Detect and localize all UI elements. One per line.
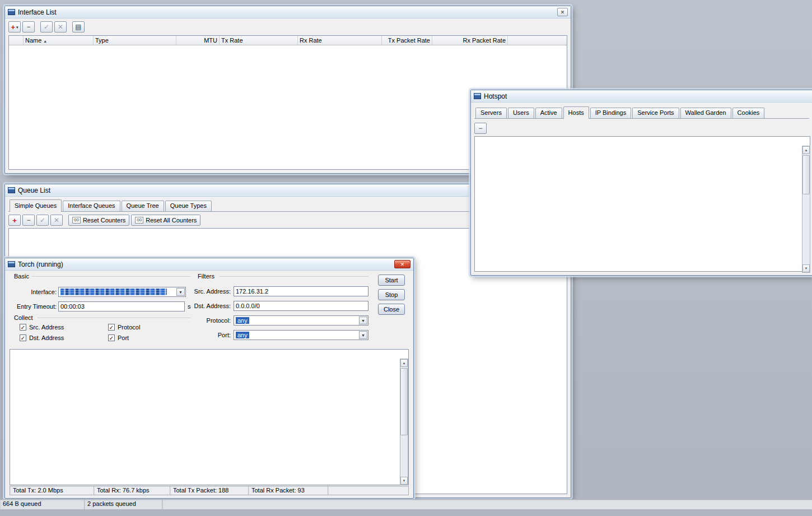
scroll-thumb[interactable] <box>400 368 408 435</box>
torch-titlebar[interactable]: Torch (running) ✕ <box>5 258 413 271</box>
tab-simple-queues[interactable]: Simple Queues <box>10 199 62 212</box>
interface-select[interactable]: ▼ <box>58 287 186 297</box>
collect-dst-address-checkbox[interactable]: ✓ Dst. Address <box>20 334 64 341</box>
start-button[interactable]: Start <box>378 275 405 286</box>
hotspot-toolbar: − <box>474 122 809 134</box>
minus-icon: − <box>478 125 482 132</box>
collect-protocol-checkbox[interactable]: ✓ Protocol <box>108 324 140 331</box>
combo-arrow-icon[interactable]: ▼ <box>359 317 367 324</box>
torch-connections-table <box>10 349 409 485</box>
selected-value: any <box>236 317 249 324</box>
counter-icon: 00 <box>72 217 81 224</box>
close-button[interactable]: ✕ <box>557 8 568 16</box>
vertical-scrollbar[interactable]: ▲ ▼ <box>802 146 810 273</box>
collect-port-checkbox[interactable]: ✓ Port <box>108 334 129 341</box>
window-title: Interface List <box>18 8 57 16</box>
column-header[interactable]: Name▲ <box>24 36 94 45</box>
combo-arrow-icon[interactable]: ▼ <box>176 288 185 296</box>
remove-button[interactable]: − <box>22 215 35 226</box>
group-label-basic: Basic <box>14 273 29 280</box>
checkbox-checked-icon: ✓ <box>108 324 115 331</box>
x-icon: ✕ <box>54 217 59 224</box>
torch-window: Torch (running) ✕ Basic Interface: ▼ Ent… <box>4 258 414 499</box>
src-address-label: Src. Address: <box>190 288 231 295</box>
total-rx-packet: Total Rx Packet: 93 <box>249 486 328 495</box>
checkbox-checked-icon: ✓ <box>20 324 26 331</box>
checkbox-label: Port <box>118 334 129 341</box>
tab-active[interactable]: Active <box>535 108 562 118</box>
scroll-down-icon[interactable]: ▼ <box>802 264 810 272</box>
total-tx: Total Tx: 2.0 Mbps <box>10 486 94 495</box>
tab-ip-bindings[interactable]: IP Bindings <box>590 108 631 118</box>
remove-button[interactable]: − <box>474 123 487 134</box>
scroll-track[interactable] <box>400 367 408 477</box>
close-button[interactable]: ✕ <box>394 260 410 268</box>
column-header[interactable]: Tx Packet Rate <box>382 36 432 45</box>
window-icon <box>474 93 481 99</box>
column-header[interactable]: Rx Packet Rate <box>432 36 508 45</box>
collect-src-address-checkbox[interactable]: ✓ Src. Address <box>20 324 64 331</box>
close-button[interactable]: Close <box>378 304 405 315</box>
minus-icon: − <box>26 217 30 224</box>
group-divider <box>219 276 368 277</box>
column-header[interactable]: MTU <box>176 36 220 45</box>
interface-list-titlebar[interactable]: Interface List ✕ <box>5 6 571 18</box>
remove-button[interactable]: − <box>22 21 35 32</box>
censored-pixels <box>60 289 167 295</box>
status-bar: 664 B queued 2 packets queued <box>0 499 812 509</box>
tab-queue-tree[interactable]: Queue Tree <box>122 201 164 211</box>
enable-button[interactable]: ✓ <box>40 21 53 32</box>
total-tx-packet: Total Tx Packet: 188 <box>170 486 249 495</box>
add-button[interactable]: + <box>8 215 21 226</box>
interface-list-toolbar: + ▾ − ✓ ✕ ▤ <box>8 21 567 33</box>
scroll-up-icon[interactable]: ▲ <box>400 359 408 367</box>
dst-address-input[interactable]: 0.0.0.0/0 <box>234 301 368 311</box>
tab-users[interactable]: Users <box>508 108 534 118</box>
enable-button[interactable]: ✓ <box>36 215 49 226</box>
check-icon: ✓ <box>44 24 49 30</box>
column-header <box>508 36 567 45</box>
add-button[interactable]: + ▾ <box>8 21 21 32</box>
x-icon: ✕ <box>58 24 63 30</box>
disable-button[interactable]: ✕ <box>54 21 67 32</box>
torch-totals-bar: Total Tx: 2.0 Mbps Total Rx: 76.7 kbps T… <box>10 486 409 495</box>
group-divider <box>32 276 190 277</box>
column-header[interactable]: Type <box>94 36 176 45</box>
column-header[interactable]: Tx Rate <box>220 36 298 45</box>
scroll-down-icon[interactable]: ▼ <box>400 477 408 485</box>
close-icon: ✕ <box>561 10 565 15</box>
tab-walled-garden[interactable]: Walled Garden <box>680 108 731 118</box>
tab-service-ports[interactable]: Service Ports <box>632 108 679 118</box>
add-icon: + <box>12 217 17 224</box>
column-header[interactable]: Rx Rate <box>298 36 382 45</box>
hotspot-titlebar[interactable]: Hotspot <box>471 90 812 103</box>
disable-button[interactable]: ✕ <box>50 215 63 226</box>
tab-queue-types[interactable]: Queue Types <box>165 201 212 211</box>
entry-timeout-input[interactable]: 00:00:03 <box>58 301 185 312</box>
tab-interface-queues[interactable]: Interface Queues <box>63 201 120 211</box>
dst-address-label: Dst. Address: <box>190 303 231 309</box>
vertical-scrollbar[interactable]: ▲ ▼ <box>400 359 408 485</box>
protocol-select[interactable]: any ▼ <box>234 315 368 326</box>
check-icon: ✓ <box>40 217 45 224</box>
table-header: Name▲TypeMTUTx RateRx RateTx Packet Rate… <box>9 36 567 45</box>
scroll-thumb[interactable] <box>802 155 810 194</box>
selected-value: any <box>236 332 249 338</box>
reset-counters-button[interactable]: 00 Reset Counters <box>68 215 129 226</box>
port-select[interactable]: any ▼ <box>234 330 368 340</box>
port-label: Port: <box>190 332 231 338</box>
combo-arrow-icon[interactable]: ▼ <box>359 331 367 339</box>
src-address-input[interactable]: 172.16.31.2 <box>234 286 368 296</box>
comment-button[interactable]: ▤ <box>72 21 85 32</box>
window-icon <box>8 261 15 267</box>
scroll-track[interactable] <box>802 154 810 264</box>
tab-hosts[interactable]: Hosts <box>563 106 589 119</box>
tab-cookies[interactable]: Cookies <box>732 108 765 118</box>
close-icon: ✕ <box>400 262 405 267</box>
column-header[interactable] <box>9 36 24 45</box>
scroll-up-icon[interactable]: ▲ <box>802 146 810 154</box>
tab-servers[interactable]: Servers <box>475 108 507 118</box>
window-icon <box>8 187 15 193</box>
stop-button[interactable]: Stop <box>378 289 405 300</box>
reset-all-counters-button[interactable]: 00 Reset All Counters <box>131 215 200 226</box>
